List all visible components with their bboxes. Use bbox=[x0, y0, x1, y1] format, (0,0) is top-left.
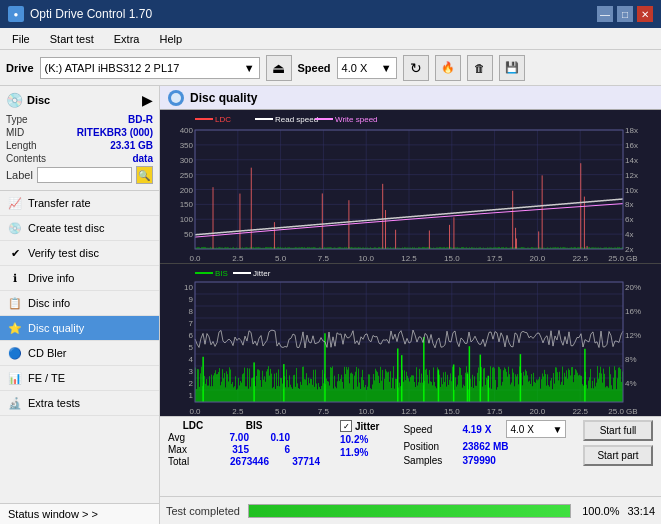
disc-label-input[interactable] bbox=[37, 167, 132, 183]
sidebar-item-drive-info[interactable]: ℹ Drive info bbox=[0, 266, 159, 291]
menu-bar: File Start test Extra Help bbox=[0, 28, 661, 50]
disc-mid-label: MID bbox=[6, 127, 24, 138]
cd-bler-icon: 🔵 bbox=[8, 346, 22, 360]
disc-panel-title: Disc bbox=[27, 94, 50, 106]
drive-label: Drive bbox=[6, 62, 34, 74]
drive-info-icon: ℹ bbox=[8, 271, 22, 285]
jitter-checkbox[interactable]: ✓ bbox=[340, 420, 352, 432]
disc-expand-icon[interactable]: ▶ bbox=[142, 92, 153, 108]
disc-quality-header: Disc quality bbox=[160, 86, 661, 110]
progress-bar bbox=[248, 504, 571, 518]
sidebar-item-extra-tests[interactable]: 🔬 Extra tests bbox=[0, 391, 159, 416]
sidebar-item-disc-quality[interactable]: ⭐ Disc quality bbox=[0, 316, 159, 341]
ldc-chart-canvas bbox=[160, 110, 661, 263]
disc-quality-header-icon bbox=[168, 90, 184, 106]
bis-header: BIS bbox=[234, 420, 274, 431]
disc-type-value: BD-R bbox=[128, 114, 153, 125]
close-button[interactable]: ✕ bbox=[637, 6, 653, 22]
avg-jitter-value: 10.2% bbox=[340, 434, 379, 445]
transfer-rate-icon: 📈 bbox=[8, 196, 22, 210]
disc-quality-icon: ⭐ bbox=[8, 321, 22, 335]
avg-ldc-value: 7.00 bbox=[214, 432, 249, 443]
start-full-button[interactable]: Start full bbox=[583, 420, 653, 441]
app-icon: ● bbox=[8, 6, 24, 22]
avg-label: Avg bbox=[168, 432, 198, 443]
disc-quality-title: Disc quality bbox=[190, 91, 257, 105]
progress-bar-fill bbox=[249, 505, 570, 517]
completed-text: Test completed bbox=[166, 505, 240, 517]
progress-section: Test completed 100.0% 33:14 bbox=[160, 496, 661, 524]
status-window-label: Status window > > bbox=[8, 508, 98, 520]
sidebar-item-transfer-rate[interactable]: 📈 Transfer rate bbox=[0, 191, 159, 216]
svg-point-0 bbox=[171, 93, 181, 103]
progress-time: 33:14 bbox=[627, 505, 655, 517]
sidebar-item-create-test-disc[interactable]: 💿 Create test disc bbox=[0, 216, 159, 241]
disc-info-icon: 📋 bbox=[8, 296, 22, 310]
progress-percent: 100.0% bbox=[579, 505, 619, 517]
disc-label-label: Label bbox=[6, 169, 33, 181]
samples-label: Samples bbox=[403, 455, 458, 466]
avg-bis-value: 0.10 bbox=[265, 432, 290, 443]
bis-chart-canvas bbox=[160, 264, 661, 416]
disc-icon: 💿 bbox=[6, 92, 23, 108]
speed-stat-label: Speed bbox=[403, 424, 458, 435]
fe-te-icon: 📊 bbox=[8, 371, 22, 385]
extra-tests-icon: 🔬 bbox=[8, 396, 22, 410]
total-ldc-value: 2673446 bbox=[214, 456, 269, 467]
verify-test-disc-icon: ✔ bbox=[8, 246, 22, 260]
jitter-label: Jitter bbox=[355, 421, 379, 432]
menu-help[interactable]: Help bbox=[151, 31, 190, 47]
max-label: Max bbox=[168, 444, 198, 455]
speed-stat-value: 4.19 X bbox=[462, 424, 502, 435]
save-button[interactable]: 💾 bbox=[499, 55, 525, 81]
title-bar: ● Opti Drive Control 1.70 — □ ✕ bbox=[0, 0, 661, 28]
minimize-button[interactable]: — bbox=[597, 6, 613, 22]
total-bis-value: 37714 bbox=[285, 456, 320, 467]
eject-button[interactable]: ⏏ bbox=[266, 55, 292, 81]
start-part-button[interactable]: Start part bbox=[583, 445, 653, 466]
app-title: Opti Drive Control 1.70 bbox=[30, 7, 152, 21]
sidebar: 💿 Disc ▶ Type BD-R MID RITEKBR3 (000) Le… bbox=[0, 86, 160, 524]
speed-select[interactable]: 4.0 X ▼ bbox=[337, 57, 397, 79]
menu-extra[interactable]: Extra bbox=[106, 31, 148, 47]
sidebar-item-fe-te[interactable]: 📊 FE / TE bbox=[0, 366, 159, 391]
action-buttons: Start full Start part bbox=[583, 420, 653, 466]
speed-stat-combo[interactable]: 4.0 X ▼ bbox=[506, 420, 566, 438]
position-value: 23862 MB bbox=[462, 441, 508, 452]
maximize-button[interactable]: □ bbox=[617, 6, 633, 22]
disc-contents-label: Contents bbox=[6, 153, 46, 164]
sidebar-item-verify-test-disc[interactable]: ✔ Verify test disc bbox=[0, 241, 159, 266]
burn-button[interactable]: 🔥 bbox=[435, 55, 461, 81]
nav-items: 📈 Transfer rate 💿 Create test disc ✔ Ver… bbox=[0, 191, 159, 503]
speed-label: Speed bbox=[298, 62, 331, 74]
total-label: Total bbox=[168, 456, 198, 467]
sidebar-item-disc-info[interactable]: 📋 Disc info bbox=[0, 291, 159, 316]
chart-ldc bbox=[160, 110, 661, 264]
status-window-button[interactable]: Status window > > bbox=[0, 503, 159, 524]
disc-contents-value: data bbox=[132, 153, 153, 164]
disc-label-icon[interactable]: 🔍 bbox=[136, 166, 153, 184]
max-jitter-value: 11.9% bbox=[340, 447, 379, 458]
sidebar-item-cd-bler[interactable]: 🔵 CD Bler bbox=[0, 341, 159, 366]
create-test-disc-icon: 💿 bbox=[8, 221, 22, 235]
position-label: Position bbox=[403, 441, 458, 452]
content-area: Disc quality LDC BIS Avg bbox=[160, 86, 661, 524]
disc-panel: 💿 Disc ▶ Type BD-R MID RITEKBR3 (000) Le… bbox=[0, 86, 159, 191]
disc-length-value: 23.31 GB bbox=[110, 140, 153, 151]
disc-mid-value: RITEKBR3 (000) bbox=[77, 127, 153, 138]
disc-type-label: Type bbox=[6, 114, 28, 125]
erase-button[interactable]: 🗑 bbox=[467, 55, 493, 81]
toolbar: Drive (K:) ATAPI iHBS312 2 PL17 ▼ ⏏ Spee… bbox=[0, 50, 661, 86]
disc-length-label: Length bbox=[6, 140, 37, 151]
max-ldc-value: 315 bbox=[214, 444, 249, 455]
drive-select[interactable]: (K:) ATAPI iHBS312 2 PL17 ▼ bbox=[40, 57, 260, 79]
samples-value: 379990 bbox=[462, 455, 495, 466]
menu-file[interactable]: File bbox=[4, 31, 38, 47]
max-bis-value: 6 bbox=[265, 444, 290, 455]
stats-bar: LDC BIS Avg 7.00 0.10 Max 315 6 Total 26… bbox=[160, 416, 661, 496]
charts-area bbox=[160, 110, 661, 416]
menu-start-test[interactable]: Start test bbox=[42, 31, 102, 47]
ldc-header: LDC bbox=[168, 420, 218, 431]
refresh-button[interactable]: ↻ bbox=[403, 55, 429, 81]
chart-bis bbox=[160, 264, 661, 416]
